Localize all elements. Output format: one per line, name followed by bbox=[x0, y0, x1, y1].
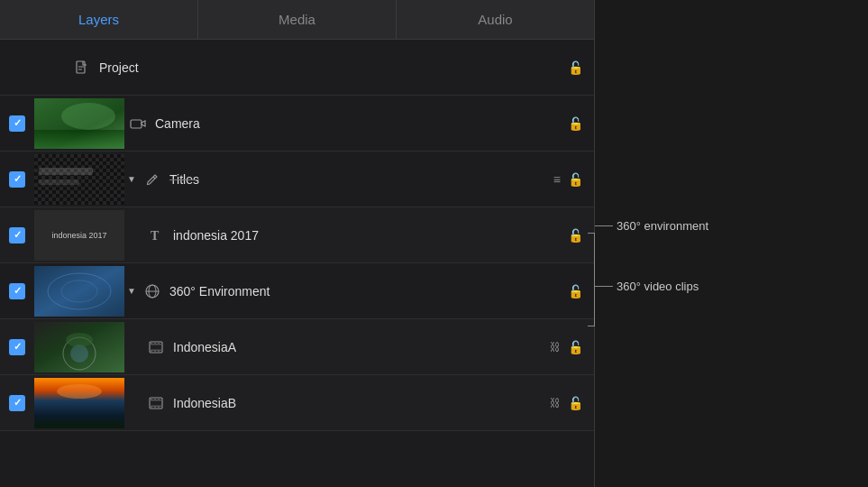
svg-point-36 bbox=[57, 384, 102, 399]
expand-arrow-titles[interactable]: ▼ bbox=[124, 174, 139, 184]
lock-icon-indonesia2017[interactable]: 🔓 bbox=[568, 228, 583, 243]
lock-icon-indonesiaA[interactable]: 🔓 bbox=[568, 340, 583, 354]
checkbox-360env[interactable] bbox=[9, 283, 25, 299]
checkbox-indonesiaB[interactable] bbox=[9, 395, 25, 411]
checkbox-indonesiaA[interactable] bbox=[9, 339, 25, 355]
expand-arrow-360env[interactable]: ▼ bbox=[124, 286, 139, 296]
tab-media[interactable]: Media bbox=[198, 0, 397, 39]
svg-rect-31 bbox=[158, 342, 160, 345]
360-icon bbox=[142, 283, 162, 299]
layer-name-camera: Camera bbox=[151, 116, 568, 131]
text-icon: T bbox=[146, 228, 166, 243]
link-icon-indonesiaA[interactable]: ⛓ bbox=[550, 341, 561, 354]
checkbox-area-indonesiaA[interactable] bbox=[0, 339, 34, 355]
annotations-area: 360° environment 360° video clips bbox=[595, 0, 868, 487]
layers-panel: Layers Media Audio Project 🔓 bbox=[0, 0, 595, 487]
layer-actions-indonesia2017: 🔓 bbox=[568, 228, 583, 243]
svg-rect-42 bbox=[158, 398, 160, 400]
layer-name-titles: Titles bbox=[166, 172, 553, 187]
annotation-text-360env: 360° environment bbox=[617, 219, 708, 233]
svg-rect-33 bbox=[154, 350, 156, 353]
annotation-text-clips: 360° video clips bbox=[617, 280, 699, 293]
svg-rect-13 bbox=[39, 179, 79, 185]
tab-bar: Layers Media Audio bbox=[0, 0, 594, 40]
svg-rect-6 bbox=[34, 130, 124, 149]
layer-name-indonesiaB: IndonesiaB bbox=[169, 396, 550, 410]
thumbnail-text-indonesia2017: indonesia 2017 bbox=[50, 229, 108, 242]
layer-list: Project 🔓 bbox=[0, 40, 594, 487]
annotation-bracket-clips bbox=[588, 233, 595, 326]
layer-row-indonesiaA[interactable]: IndonesiaA ⛓ 🔓 bbox=[0, 319, 594, 375]
svg-rect-40 bbox=[151, 398, 152, 400]
layer-row-project[interactable]: Project 🔓 bbox=[0, 40, 594, 96]
tab-audio[interactable]: Audio bbox=[397, 0, 594, 39]
layer-row-indonesia2017[interactable]: indonesia 2017 T indonesia 2017 🔓 bbox=[0, 207, 594, 263]
svg-rect-32 bbox=[151, 350, 152, 353]
link-icon-indonesiaB[interactable]: ⛓ bbox=[550, 397, 561, 409]
layer-row-camera[interactable]: Camera 🔓 bbox=[0, 96, 594, 152]
svg-point-5 bbox=[61, 103, 115, 130]
lock-icon-titles[interactable]: 🔓 bbox=[568, 172, 583, 187]
ann-line-clips bbox=[595, 286, 613, 287]
pen-icon bbox=[142, 173, 162, 186]
annotation-clips: 360° video clips bbox=[595, 280, 699, 293]
film-icon-B bbox=[146, 397, 166, 409]
camera-icon bbox=[128, 117, 148, 130]
layer-actions-titles: ≡ 🔓 bbox=[553, 172, 583, 187]
svg-rect-7 bbox=[131, 120, 142, 128]
film-icon-A bbox=[146, 341, 166, 354]
layer-name-360env: 360° Environment bbox=[166, 284, 568, 299]
lock-icon-360env[interactable]: 🔓 bbox=[568, 284, 583, 299]
thumbnail-indonesia2017: indonesia 2017 bbox=[34, 210, 124, 261]
layer-actions-indonesiaB: ⛓ 🔓 bbox=[550, 396, 583, 410]
thumbnail-360env bbox=[34, 266, 124, 317]
layer-name-project: Project bbox=[96, 60, 568, 75]
thumbnail-titles bbox=[34, 154, 124, 205]
layer-actions-360env: 🔓 bbox=[568, 284, 583, 299]
lock-icon-camera[interactable]: 🔓 bbox=[568, 116, 583, 131]
layer-actions-indonesiaA: ⛓ 🔓 bbox=[550, 340, 583, 354]
checkbox-area-camera[interactable] bbox=[0, 115, 34, 132]
thumbnail-camera bbox=[34, 98, 124, 149]
checkbox-indonesia2017[interactable] bbox=[9, 227, 25, 244]
lock-icon-project[interactable]: 🔓 bbox=[568, 60, 583, 75]
checkbox-titles[interactable] bbox=[9, 171, 25, 188]
layer-name-indonesiaA: IndonesiaA bbox=[169, 340, 550, 354]
checkbox-area-indonesia2017[interactable] bbox=[0, 227, 34, 244]
svg-line-14 bbox=[153, 177, 155, 179]
svg-rect-29 bbox=[151, 342, 152, 345]
layer-row-360env[interactable]: ▼ 360° Environment 🔓 bbox=[0, 263, 594, 319]
checkbox-camera[interactable] bbox=[9, 115, 25, 132]
ann-line-360env bbox=[595, 225, 613, 226]
svg-rect-45 bbox=[158, 406, 160, 409]
checkbox-area-indonesiaB[interactable] bbox=[0, 395, 34, 411]
svg-rect-41 bbox=[154, 398, 156, 400]
annotation-360env: 360° environment bbox=[595, 219, 708, 233]
svg-rect-34 bbox=[158, 350, 160, 353]
svg-rect-30 bbox=[154, 342, 156, 345]
svg-text:T: T bbox=[151, 229, 160, 243]
layer-actions-project: 🔓 bbox=[568, 60, 583, 75]
checkbox-area-titles[interactable] bbox=[0, 171, 34, 188]
svg-rect-44 bbox=[154, 406, 156, 409]
svg-point-25 bbox=[66, 333, 93, 347]
thumbnail-indonesiaB bbox=[34, 378, 124, 428]
layer-row-titles[interactable]: ▼ Titles ≡ 🔓 bbox=[0, 152, 594, 207]
layer-name-indonesia2017: indonesia 2017 bbox=[169, 228, 568, 243]
lock-icon-indonesiaB[interactable]: 🔓 bbox=[568, 396, 583, 410]
stack-icon-titles: ≡ bbox=[553, 172, 561, 187]
svg-rect-43 bbox=[151, 406, 152, 409]
layer-actions-camera: 🔓 bbox=[568, 116, 583, 131]
tab-layers[interactable]: Layers bbox=[0, 0, 198, 39]
document-icon bbox=[72, 60, 92, 75]
svg-rect-12 bbox=[39, 168, 93, 175]
thumbnail-indonesiaA bbox=[34, 322, 124, 372]
layer-row-indonesiaB[interactable]: IndonesiaB ⛓ 🔓 bbox=[0, 375, 594, 431]
checkbox-area-360env[interactable] bbox=[0, 283, 34, 299]
